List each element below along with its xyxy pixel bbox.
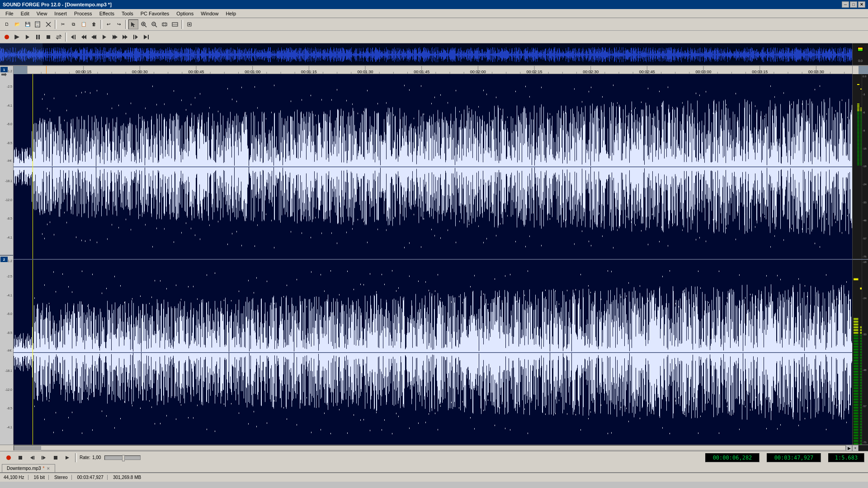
- vu-scrollbar-spacer: [859, 445, 868, 451]
- right-side-panel: 0.0 -3 -6 -9 -15 -18 -24 -33 -48 -57 -75…: [852, 66, 868, 445]
- menu-fx-favorites[interactable]: PC Favorites: [137, 10, 173, 17]
- track2-waveform[interactable]: [14, 260, 852, 445]
- svg-rect-45: [19, 456, 22, 460]
- bt-prev-button[interactable]: [27, 453, 37, 463]
- next-marker-button[interactable]: [131, 32, 141, 42]
- menu-help[interactable]: Help: [222, 10, 240, 17]
- vu-track1-area: 0.0 -3 -6 -9 -15 -18 -24 -33 -48 -57 -75: [852, 74, 868, 260]
- current-time-display: 00:00:06,282: [705, 453, 760, 462]
- play-from-start-button[interactable]: [12, 32, 22, 42]
- go-to-end-button[interactable]: [141, 32, 151, 42]
- bt-play-button[interactable]: [62, 453, 72, 463]
- play2-button[interactable]: [99, 32, 109, 42]
- track1-waveform[interactable]: [14, 74, 852, 260]
- cursor-tool-button[interactable]: [128, 19, 138, 29]
- record-arm-button[interactable]: [2, 32, 12, 42]
- vu-scale-labels: 0.0 -3 -6 -9 -15 -18 -24 -33 -48 -57 -75: [862, 74, 868, 259]
- svg-rect-50: [54, 456, 57, 460]
- db-label-4-1b: -4.1: [7, 236, 12, 239]
- sep5: [65, 33, 67, 42]
- svg-point-20: [5, 35, 9, 39]
- bt-record-button[interactable]: [4, 453, 14, 463]
- cut-button[interactable]: ✂: [58, 19, 68, 29]
- zoom-out-button[interactable]: [149, 19, 159, 29]
- stop-button[interactable]: [43, 32, 53, 42]
- paste-button[interactable]: 📋: [79, 19, 89, 29]
- close-file-button[interactable]: [43, 19, 53, 29]
- pause-button[interactable]: [33, 32, 43, 42]
- channels-value: Stereo: [54, 475, 67, 480]
- minimize-button[interactable]: ─: [842, 1, 849, 8]
- delete-button[interactable]: 🗑: [89, 19, 99, 29]
- menu-process[interactable]: Process: [71, 10, 96, 17]
- bt-stop-button[interactable]: [15, 453, 25, 463]
- prev-button[interactable]: [79, 32, 89, 42]
- db-scale-column: -1.2 -2.5 -4.1 -6.0 -8.5 -Inf. -18.1 -12…: [0, 66, 14, 445]
- menu-window[interactable]: Window: [197, 10, 222, 17]
- menu-file[interactable]: File: [2, 10, 17, 17]
- menu-options[interactable]: Options: [173, 10, 197, 17]
- bt-next-button[interactable]: [39, 453, 49, 463]
- app-title: SOUND FORGE Pro 12.0 - [Downtempo.mp3 *]: [3, 2, 112, 7]
- svg-rect-26: [47, 35, 50, 39]
- speed-thumb[interactable]: [122, 455, 125, 461]
- zoom-in-button[interactable]: [139, 19, 149, 29]
- bit-depth-value: 16 bit: [34, 475, 45, 480]
- close-button[interactable]: ✕: [858, 1, 865, 8]
- new-button[interactable]: 🗋: [2, 19, 12, 29]
- track1-center-line: [14, 167, 852, 167]
- menu-view[interactable]: View: [33, 10, 51, 17]
- open-button[interactable]: 📂: [12, 19, 22, 29]
- play-button[interactable]: [23, 32, 33, 42]
- save-as-button[interactable]: [33, 19, 43, 29]
- sep1: [55, 20, 57, 29]
- overview-bar: 0.0: [0, 43, 868, 66]
- vu-label-33: -33: [863, 201, 868, 204]
- vu-label: 0.0: [858, 59, 863, 62]
- svg-marker-21: [15, 35, 19, 39]
- db2-label-inf: -Inf.: [7, 349, 12, 352]
- maximize-button[interactable]: □: [850, 1, 857, 8]
- prev-marker-button[interactable]: [68, 32, 78, 42]
- status-file-size: 301,269.8 MB: [113, 475, 145, 480]
- bt-stop2-button[interactable]: [51, 453, 61, 463]
- main-toolbar: 🗋 📂 💾 ✂ ⧉ 📋 🗑 ↩ ↪: [0, 18, 868, 31]
- status-bit-depth: 16 bit: [34, 475, 49, 480]
- plugin-button[interactable]: [184, 19, 194, 29]
- horizontal-scrollbar[interactable]: [14, 445, 846, 450]
- overview-waveform[interactable]: [0, 43, 852, 66]
- rewind-button[interactable]: [89, 32, 99, 42]
- vu2-scale-labels: -18 -24 -33 -48 -57 -75: [862, 260, 868, 445]
- sample-rate-value: 44,100 Hz: [4, 475, 24, 480]
- menu-insert[interactable]: Insert: [51, 10, 71, 17]
- db2-label-6-0: -6.0: [7, 312, 12, 315]
- file-tab-downtempo[interactable]: Downtempo.mp3 * ✕: [2, 464, 55, 472]
- speed-slider[interactable]: [104, 455, 141, 460]
- undo-button[interactable]: ↩: [104, 19, 113, 29]
- menu-edit[interactable]: Edit: [17, 10, 33, 17]
- scrollbar-left-spacer: [0, 445, 14, 451]
- menu-tools[interactable]: Tools: [118, 10, 137, 17]
- zoom-selection-button[interactable]: [160, 19, 170, 29]
- redo-button[interactable]: ↪: [114, 19, 124, 29]
- copy-button[interactable]: ⧉: [68, 19, 78, 29]
- zoom-full-button[interactable]: [170, 19, 180, 29]
- db-label-8-5b: -8.5: [7, 217, 12, 220]
- file-tab-close[interactable]: ✕: [47, 466, 50, 471]
- scroll-right-button[interactable]: ▶: [846, 445, 852, 451]
- center-track-area: [14, 66, 852, 445]
- transport-toolbar: [0, 31, 868, 43]
- next-button[interactable]: [120, 32, 130, 42]
- svg-rect-47: [33, 456, 34, 460]
- scrollbar-area: ▶ +: [0, 445, 868, 451]
- fast-forward-button[interactable]: [110, 32, 120, 42]
- zoom-in-small-button[interactable]: +: [852, 445, 859, 451]
- file-size-value: 301,269.8 MB: [113, 475, 141, 480]
- loop-button[interactable]: [54, 32, 64, 42]
- svg-rect-25: [38, 35, 40, 39]
- scrollbar-thumb[interactable]: [14, 446, 41, 450]
- svg-marker-5: [131, 22, 135, 27]
- save-button[interactable]: 💾: [23, 19, 33, 29]
- window-controls: ─ □ ✕: [842, 1, 865, 8]
- menu-effects[interactable]: Effects: [96, 10, 118, 17]
